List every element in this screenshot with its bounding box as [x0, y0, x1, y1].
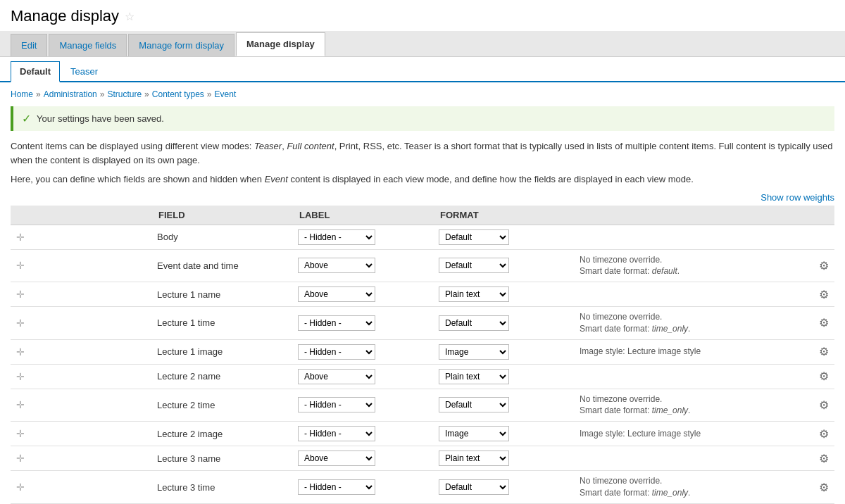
breadcrumb-link-content-types[interactable]: Content types: [152, 89, 204, 99]
drag-handle-icon[interactable]: ✛: [16, 232, 25, 243]
drag-handle[interactable]: ✛: [11, 389, 151, 422]
drag-handle-icon[interactable]: ✛: [16, 371, 25, 382]
format-select[interactable]: ImageDefault: [439, 344, 509, 360]
breadcrumb-link-structure[interactable]: Structure: [107, 89, 142, 99]
gear-icon[interactable]: ⚙: [819, 289, 829, 301]
format-select[interactable]: DefaultPlain textTrimmed: [439, 229, 509, 245]
format-select[interactable]: Plain textDefault: [439, 369, 509, 384]
action-tabs-bar: EditManage fieldsManage form displayMana…: [0, 31, 845, 57]
drag-handle-icon[interactable]: ✛: [16, 289, 25, 300]
fields-table: FIELD LABEL FORMAT ✛Body- Hidden -AboveI…: [11, 206, 834, 505]
view-tab-default[interactable]: Default: [11, 61, 60, 82]
format-select[interactable]: DefaultPlain text: [439, 479, 509, 495]
format-select[interactable]: DefaultPlain text: [439, 397, 509, 412]
field-name: Lecture 1 time: [151, 307, 292, 340]
table-row: ✛Lecture 3 time- Hidden -AboveInlineDefa…: [11, 471, 834, 504]
drag-handle-icon[interactable]: ✛: [16, 428, 25, 439]
gear-cell: ⚙: [813, 471, 834, 504]
format-select[interactable]: Plain textDefault: [439, 286, 509, 302]
label-select[interactable]: - Hidden -AboveInline: [298, 315, 375, 331]
action-tab-edit[interactable]: Edit: [11, 34, 47, 56]
page-header: Manage display ☆: [0, 0, 845, 25]
gear-cell: ⚙: [813, 249, 834, 282]
format-select[interactable]: Plain textDefault: [439, 451, 509, 466]
action-tab-manage-fields[interactable]: Manage fields: [49, 34, 127, 56]
drag-handle[interactable]: ✛: [11, 225, 151, 249]
gear-cell: ⚙: [813, 422, 834, 446]
info-cell: [574, 282, 813, 307]
format-cell: Plain textDefault: [433, 446, 574, 471]
label-cell: - Hidden -AboveInline: [292, 307, 433, 340]
label-select[interactable]: - Hidden -AboveInline: [298, 344, 375, 360]
gear-cell: ⚙: [813, 282, 834, 307]
drag-handle[interactable]: ✛: [11, 471, 151, 504]
drag-handle-icon[interactable]: ✛: [16, 260, 25, 271]
gear-icon[interactable]: ⚙: [819, 399, 829, 411]
drag-handle-icon[interactable]: ✛: [16, 317, 25, 329]
gear-cell: ⚙: [813, 364, 834, 389]
label-select[interactable]: Above- Hidden -Inline: [298, 286, 375, 302]
show-row-weights-link[interactable]: Show row weights: [760, 192, 834, 203]
drag-handle-icon[interactable]: ✛: [16, 481, 25, 493]
label-cell: - Hidden -AboveInline: [292, 225, 433, 249]
breadcrumb-link-event[interactable]: Event: [215, 89, 237, 99]
action-tab-manage-form-display[interactable]: Manage form display: [128, 34, 234, 56]
info-cell: Image style: Lecture image style: [574, 422, 813, 446]
field-name: Lecture 2 image: [151, 422, 292, 446]
table-row: ✛Lecture 1 image- Hidden -AboveInlineIma…: [11, 339, 834, 364]
title-text: Manage display: [11, 7, 119, 25]
label-column-header: LABEL: [292, 206, 433, 225]
action-tab-manage-display[interactable]: Manage display: [236, 32, 325, 56]
drag-handle[interactable]: ✛: [11, 364, 151, 389]
format-cell: DefaultPlain text: [433, 389, 574, 422]
description-2: Here, you can define which fields are sh…: [11, 172, 834, 187]
field-name-header: FIELD: [151, 206, 292, 225]
gear-icon[interactable]: ⚙: [819, 346, 829, 358]
gear-icon[interactable]: ⚙: [819, 370, 829, 382]
field-name: Lecture 1 image: [151, 339, 292, 364]
gear-icon[interactable]: ⚙: [819, 317, 829, 329]
table-row: ✛Lecture 2 image- Hidden -AboveInlineIma…: [11, 422, 834, 446]
label-select[interactable]: - Hidden -AboveInline: [298, 479, 375, 495]
drag-handle[interactable]: ✛: [11, 422, 151, 446]
breadcrumb: Home»Administration»Structure»Content ty…: [11, 89, 834, 99]
format-select[interactable]: ImageDefault: [439, 426, 509, 441]
info-cell: [574, 446, 813, 471]
label-select[interactable]: - Hidden -AboveInline: [298, 426, 375, 441]
drag-handle[interactable]: ✛: [11, 446, 151, 471]
gear-icon[interactable]: ⚙: [819, 260, 829, 272]
drag-handle[interactable]: ✛: [11, 307, 151, 340]
gear-icon[interactable]: ⚙: [819, 428, 829, 440]
gear-icon[interactable]: ⚙: [819, 481, 829, 493]
label-select[interactable]: Above- Hidden -Inline: [298, 258, 375, 273]
gear-icon[interactable]: ⚙: [819, 453, 829, 465]
info-cell: No timezone override.Smart date format: …: [574, 249, 813, 282]
field-name: Event date and time: [151, 249, 292, 282]
label-select[interactable]: Above- Hidden -Inline: [298, 451, 375, 466]
label-select[interactable]: Above- Hidden -Inline: [298, 369, 375, 384]
field-name: Body: [151, 225, 292, 249]
format-cell: ImageDefault: [433, 339, 574, 364]
breadcrumb-link-administration[interactable]: Administration: [44, 89, 97, 99]
breadcrumb-link-home[interactable]: Home: [11, 89, 33, 99]
drag-handle[interactable]: ✛: [11, 282, 151, 307]
label-cell: Above- Hidden -Inline: [292, 446, 433, 471]
table-row: ✛Lecture 3 nameAbove- Hidden -InlinePlai…: [11, 446, 834, 471]
drag-handle[interactable]: ✛: [11, 249, 151, 282]
breadcrumb-separator: »: [144, 89, 149, 99]
success-message: ✓ Your settings have been saved.: [11, 106, 834, 131]
format-select[interactable]: DefaultPlain text: [439, 258, 509, 273]
drag-handle[interactable]: ✛: [11, 339, 151, 364]
breadcrumb-separator: »: [207, 89, 212, 99]
drag-handle-icon[interactable]: ✛: [16, 346, 25, 358]
view-tab-teaser[interactable]: Teaser: [61, 61, 107, 81]
main-content: Home»Administration»Structure»Content ty…: [0, 82, 845, 504]
drag-handle-icon[interactable]: ✛: [16, 453, 25, 464]
table-row: ✛Lecture 1 time- Hidden -AboveInlineDefa…: [11, 307, 834, 340]
bookmark-icon[interactable]: ☆: [125, 10, 134, 23]
format-select[interactable]: DefaultPlain text: [439, 315, 509, 331]
label-select[interactable]: - Hidden -AboveInline: [298, 229, 375, 245]
table-header: FIELD LABEL FORMAT: [11, 206, 834, 225]
label-select[interactable]: - Hidden -AboveInline: [298, 397, 375, 412]
drag-handle-icon[interactable]: ✛: [16, 399, 25, 410]
